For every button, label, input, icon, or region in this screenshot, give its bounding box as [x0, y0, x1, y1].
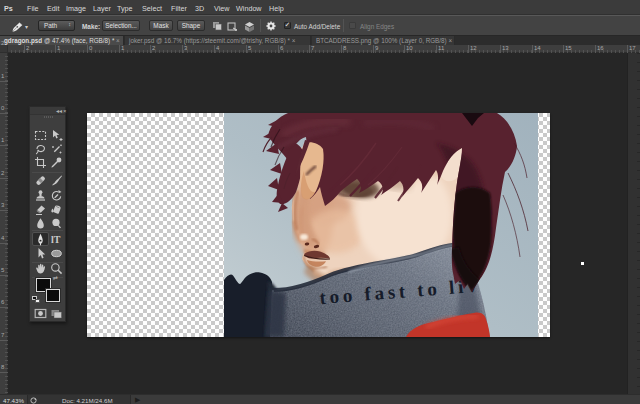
svg-text:lT: lT	[51, 234, 61, 245]
